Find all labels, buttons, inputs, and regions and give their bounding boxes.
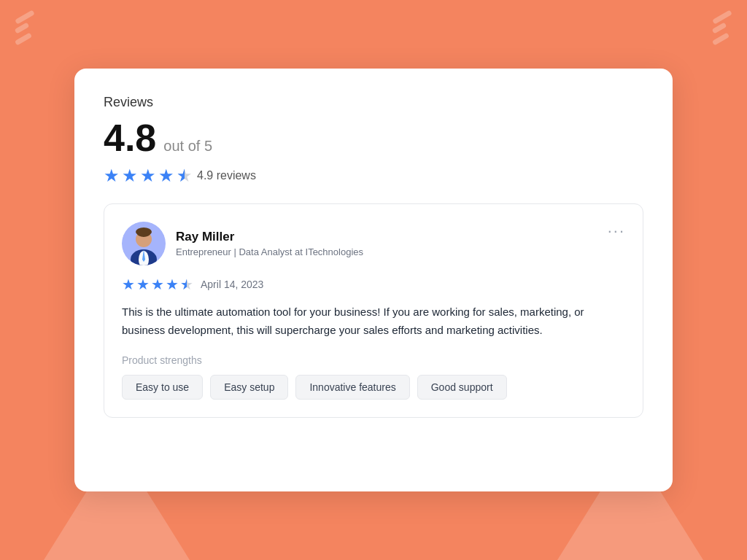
- review-stars-date-row: ★ ★ ★ ★ ★★ April 14, 2023: [122, 276, 625, 293]
- more-options-button[interactable]: ···: [608, 222, 625, 241]
- review-star-4: ★: [166, 276, 179, 293]
- star-1-icon: ★: [104, 166, 120, 186]
- tag-easy-setup: Easy setup: [210, 375, 288, 400]
- stars-row: ★ ★ ★ ★ 4.9 reviews: [104, 166, 643, 186]
- tags-container: Easy to use Easy setup Innovative featur…: [122, 375, 625, 400]
- reviewer-name: Ray Miller: [176, 230, 363, 244]
- reviewer-details: Ray Miller Entrepreneur | Data Analyst a…: [176, 230, 363, 257]
- review-body-text: This is the ultimate automation tool for…: [122, 303, 625, 340]
- deco-slash-top-left: [15, 15, 35, 42]
- star-half-icon: [177, 166, 193, 186]
- strengths-label: Product strengths: [122, 354, 625, 366]
- review-star-1: ★: [122, 276, 135, 293]
- star-2-icon: ★: [122, 166, 138, 186]
- review-date: April 14, 2023: [201, 279, 263, 290]
- svg-point-6: [137, 230, 150, 237]
- review-star-2: ★: [136, 276, 150, 293]
- reviews-heading: Reviews: [104, 95, 643, 110]
- rating-number: 4.8: [104, 119, 156, 157]
- avatar: [122, 222, 166, 265]
- tag-easy-to-use: Easy to use: [122, 375, 203, 400]
- review-star-half: ★★: [180, 276, 193, 293]
- review-item-card: Ray Miller Entrepreneur | Data Analyst a…: [104, 203, 643, 418]
- review-star-icons: ★ ★ ★ ★ ★★: [122, 276, 193, 293]
- tag-good-support: Good support: [417, 375, 507, 400]
- reviews-card: Reviews 4.8 out of 5 ★ ★ ★ ★ 4.9 reviews: [74, 69, 673, 491]
- reviewer-info: Ray Miller Entrepreneur | Data Analyst a…: [122, 222, 363, 265]
- rating-section: 4.8 out of 5: [104, 119, 643, 157]
- star-4-icon: ★: [158, 166, 174, 186]
- star-3-icon: ★: [140, 166, 156, 186]
- tag-innovative-features: Innovative features: [295, 375, 409, 400]
- review-header: Ray Miller Entrepreneur | Data Analyst a…: [122, 222, 625, 265]
- reviews-count-text: 4.9 reviews: [197, 169, 256, 182]
- rating-out-of: out of 5: [163, 138, 212, 155]
- deco-slash-top-right: [712, 15, 732, 42]
- star-rating-icons: ★ ★ ★ ★: [104, 166, 193, 186]
- reviewer-subtitle: Entrepreneur | Data Analyst at ITechnolo…: [176, 246, 363, 257]
- review-star-3: ★: [151, 276, 164, 293]
